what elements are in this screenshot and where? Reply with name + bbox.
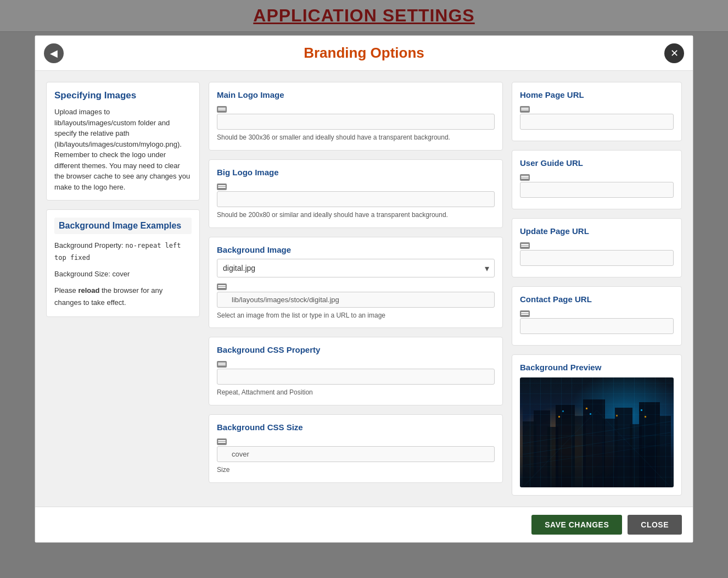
svg-rect-9 [602,419,618,487]
main-logo-input[interactable] [217,114,495,130]
svg-rect-11 [630,424,642,487]
background-url-hint: Select an image from the list or type in… [217,311,495,320]
contact-page-url-section: Contact Page URL [512,286,682,346]
bg-size-label: Background Size: [54,270,113,278]
reload-link[interactable]: reload [78,286,99,294]
keyboard-icon-main-logo [217,106,227,113]
svg-rect-8 [583,399,605,487]
svg-line-17 [523,410,597,487]
svg-rect-3 [523,421,536,487]
contact-page-url-wrap [520,308,674,334]
svg-rect-12 [639,402,660,487]
back-button[interactable]: ◀ [44,43,64,63]
user-guide-url-input[interactable] [520,182,674,198]
modal-overlay: ◀ Branding Options ✕ Specifying Images U… [0,0,728,578]
keyboard-icon-user-guide-url [520,174,530,181]
svg-rect-0 [523,377,671,487]
big-logo-input[interactable] [217,191,495,207]
keyboard-icon-bg-url [217,284,227,290]
bg-css-size-label: Background CSS Size [217,423,495,432]
svg-line-14 [523,421,671,443]
contact-page-url-label: Contact Page URL [520,294,674,304]
big-logo-input-wrap [217,181,495,207]
right-column: Home Page URL User Guide URL [512,82,682,496]
big-logo-section: Big Logo Image Should be 200x80 or simil… [209,159,503,228]
contact-page-url-input[interactable] [520,318,674,334]
bg-css-size-input[interactable] [217,446,495,462]
bg-css-property-input-wrap [217,359,495,385]
svg-rect-22 [590,413,591,415]
keyboard-icon-update-url [520,242,530,249]
background-examples-title: Background Image Examples [54,218,192,234]
bg-size-value: cover [113,270,130,278]
svg-rect-6 [556,405,575,487]
bg-size-line: Background Size: cover [54,268,192,280]
svg-rect-1 [523,377,671,487]
background-preview-label: Background Preview [520,363,674,372]
specifying-images-section: Specifying Images Upload images to lib/l… [46,82,200,201]
svg-rect-2 [523,377,671,487]
svg-line-18 [597,410,671,487]
close-x-icon: ✕ [670,47,679,59]
bg-css-size-hint: Size [217,465,495,475]
background-image-section: Background Image digital.jpg abstract.jp… [209,237,503,329]
middle-column: Main Logo Image Should be 300x36 or smal… [209,82,503,496]
background-examples-section: Background Image Examples Background Pro… [46,209,200,317]
left-column: Specifying Images Upload images to lib/l… [46,82,200,496]
bg-css-property-hint: Repeat, Attachment and Position [217,388,495,397]
home-page-url-section: Home Page URL [512,82,682,141]
branding-options-modal: ◀ Branding Options ✕ Specifying Images U… [35,35,693,543]
modal-header: ◀ Branding Options ✕ [35,36,693,71]
modal-footer: SAVE CHANGES CLOSE [35,507,693,542]
keyboard-icon-contact-url [520,310,530,317]
background-url-input[interactable] [217,292,495,308]
keyboard-icon-home-url [520,106,530,113]
background-preview-image [520,377,674,487]
home-page-url-label: Home Page URL [520,90,674,99]
user-guide-url-wrap [520,172,674,198]
keyboard-icon-bg-css-size [217,438,227,445]
svg-rect-20 [562,410,564,412]
main-logo-label: Main Logo Image [217,90,495,99]
background-image-dropdown-wrap: digital.jpg abstract.jpg city.jpg dark.j… [217,259,495,277]
update-page-url-input[interactable] [520,250,674,266]
user-guide-url-section: User Guide URL [512,150,682,209]
preview-svg [520,377,674,487]
bg-css-size-input-wrap [217,436,495,462]
reload-text-before: Please [54,286,78,294]
svg-line-16 [523,443,671,465]
background-image-label: Background Image [217,245,495,254]
modal-title: Branding Options [304,45,424,61]
specifying-images-title: Specifying Images [54,90,192,101]
svg-rect-21 [586,408,587,409]
svg-line-15 [523,432,671,454]
back-icon: ◀ [50,47,58,59]
svg-rect-7 [572,416,586,487]
bg-css-property-label: Background CSS Property [217,345,495,354]
modal-close-button[interactable]: ✕ [664,43,684,63]
bg-property-line: Background Property: no-repeat left top … [54,240,192,264]
home-page-url-input[interactable] [520,114,674,130]
keyboard-icon-bg-css-property [217,361,227,368]
specifying-images-body: Upload images to lib/layouts/images/cust… [54,107,192,192]
svg-rect-10 [615,408,632,487]
background-image-select[interactable]: digital.jpg abstract.jpg city.jpg dark.j… [217,259,495,277]
update-page-url-wrap [520,240,674,266]
main-logo-hint: Should be 300x36 or smaller and ideally … [217,133,495,142]
save-changes-button[interactable]: SAVE CHANGES [531,515,622,535]
keyboard-icon-big-logo [217,184,227,190]
svg-rect-5 [547,427,558,487]
user-guide-url-label: User Guide URL [520,158,674,168]
main-logo-input-wrap [217,104,495,130]
modal-body: Specifying Images Upload images to lib/l… [35,71,693,507]
bg-css-property-input[interactable] [217,369,495,385]
svg-rect-24 [641,409,642,411]
big-logo-hint: Should be 200x80 or similar and ideally … [217,210,495,220]
bg-property-label: Background Property: [54,241,125,249]
close-button[interactable]: CLOSE [628,515,682,535]
svg-rect-25 [645,416,646,418]
main-logo-section: Main Logo Image Should be 300x36 or smal… [209,82,503,151]
svg-rect-13 [657,416,671,487]
background-preview-section: Background Preview [512,354,682,496]
bg-css-property-section: Background CSS Property Repeat, Attachme… [209,337,503,405]
